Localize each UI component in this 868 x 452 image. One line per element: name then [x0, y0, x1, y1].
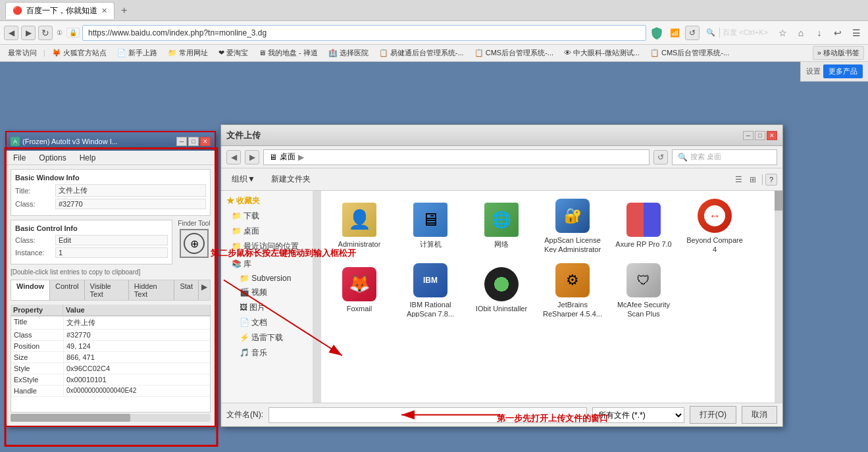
tab-visible-text[interactable]: Visible Text [85, 280, 129, 300]
shield-icon-btn[interactable] [649, 25, 665, 41]
foxmail-icon: 🦊 [342, 267, 376, 301]
forward-btn[interactable]: ▶ [21, 26, 36, 40]
file-item-administrator[interactable]: 👤 Administrator [326, 196, 392, 255]
bookmark-most-visited[interactable]: 最常访问 [4, 47, 41, 59]
bookmark-zhongda[interactable]: 👁 中大眼科-微站测试... [560, 47, 644, 59]
beyond-label: Beyond Compare 4 [684, 236, 745, 253]
more-btn[interactable]: ☰ [848, 25, 864, 41]
file-item-foxmail[interactable]: 🦊 Foxmail [326, 261, 392, 320]
tab-control[interactable]: Control [50, 280, 84, 300]
class-label: Class: [15, 200, 51, 208]
filename-input[interactable] [268, 407, 587, 423]
bookmark-star-btn[interactable]: ☆ [775, 25, 790, 41]
history-btn[interactable]: ↩ [830, 25, 846, 41]
filetype-select[interactable]: 所有文件 (*.*) [592, 407, 684, 423]
bookmark-common-urls[interactable]: 📁 常用网址 [164, 47, 212, 59]
bookmarks-bar: 最常访问 | 🦊 火狐官方站点 📄 新手上路 📁 常用网址 ❤ 爱淘宝 🖥 我的… [0, 45, 868, 62]
tab-hidden-text[interactable]: Hidden Text [129, 280, 175, 300]
dialog-refresh-btn[interactable]: ↺ [653, 150, 668, 164]
new-tab-btn[interactable]: + [117, 3, 131, 18]
nav-xunlei[interactable]: ⚡ 迅雷下载 [221, 330, 313, 345]
more-products-btn[interactable]: 更多产品 [823, 64, 863, 78]
nav-docs[interactable]: 📄 文档 [221, 315, 313, 330]
back-btn[interactable]: ◀ [4, 26, 18, 40]
browser-tab[interactable]: 🔴 百度一下，你就知道 ✕ [5, 2, 115, 19]
nav-desktop[interactable]: 📁 桌面 [221, 224, 313, 239]
tabs-scroll-right[interactable]: ▶ [199, 280, 210, 300]
home-btn[interactable]: ⌂ [793, 25, 809, 41]
autoit-restore-btn[interactable]: □ [188, 137, 199, 146]
control-info-title: Basic Control Info [15, 224, 168, 232]
dialog-back-btn[interactable]: ◀ [226, 150, 241, 164]
file-grid-scrollbar[interactable] [775, 191, 782, 403]
basic-control-info: Basic Control Info Class: Edit Instance:… [11, 220, 172, 264]
nav-music[interactable]: 🎵 音乐 [221, 345, 313, 361]
nav-video[interactable]: 🎬 视频 [221, 285, 313, 300]
more-bookmarks-btn[interactable]: » 移动版书签 [813, 46, 864, 60]
tab-close-btn[interactable]: ✕ [101, 7, 107, 15]
organize-btn[interactable]: 组织▼ [226, 172, 261, 187]
menu-options[interactable]: Options [35, 152, 70, 164]
bookmark-newbie[interactable]: 📄 新手上路 [113, 47, 161, 59]
nav-downloads[interactable]: 📁 下载 [221, 209, 313, 224]
help-btn[interactable]: ? [765, 174, 777, 186]
nav-favorites[interactable]: ★ 收藏夹 [221, 193, 313, 209]
settings-label[interactable]: 设置 [806, 66, 821, 76]
file-item-jetbrains[interactable]: ⚙ JetBrains ReSharper 4.5.4... [540, 261, 605, 320]
tab-window[interactable]: Window [11, 280, 50, 300]
download-btn[interactable]: ↓ [811, 25, 827, 41]
dialog-minimize-btn[interactable]: ─ [743, 131, 753, 140]
refresh-btn[interactable]: ↺ [685, 26, 700, 40]
bookmark-hospital[interactable]: 🏥 选择医院 [324, 47, 372, 59]
tab-stat[interactable]: Stat [174, 280, 199, 300]
bookmark-firefox[interactable]: 🦊 火狐官方站点 [48, 47, 111, 59]
nav-scrollbar[interactable] [313, 191, 321, 403]
dialog-maximize-btn[interactable]: □ [755, 131, 765, 140]
nav-library[interactable]: 📚 库 [221, 257, 313, 272]
autoit-minimize-btn[interactable]: ─ [176, 137, 187, 146]
bookmark-cms1[interactable]: 📋 CMS后台管理系统-... [471, 47, 557, 59]
prop-val-exstyle: 0x00010101 [64, 374, 210, 385]
prop-row-handle: Handle 0x00000000000040E42 [11, 386, 210, 397]
dialog-close-btn[interactable]: ✕ [767, 131, 777, 140]
file-item-mcafee[interactable]: 🛡 McAfee Security Scan Plus [611, 261, 677, 320]
file-item-computer[interactable]: 🖥 计算机 [397, 196, 463, 255]
open-btn[interactable]: 打开(O) [690, 406, 736, 424]
dialog-path-bar[interactable]: 🖥 桌面 ▶ [263, 149, 650, 165]
network-icon: 🌐 [484, 203, 519, 237]
bookmark-cms2[interactable]: 📋 CMS后台管理系统-... [646, 47, 733, 59]
prop-val-handle: 0x00000000000040E42 [64, 386, 210, 396]
reload-btn[interactable]: ↻ [38, 26, 53, 40]
file-item-iobit[interactable]: IObit Uninstaller [469, 261, 534, 320]
file-item-network[interactable]: 🌐 网络 [469, 196, 534, 255]
autoit-close-btn[interactable]: ✕ [200, 137, 211, 146]
bookmark-chandao[interactable]: 🖥 我的地盘 - 禅道 [255, 47, 322, 59]
bookmark-taobao[interactable]: ❤ 爱淘宝 [215, 47, 252, 59]
autoit-title: A (Frozen) AutoIt v3 Window I... [11, 137, 118, 146]
control-finder-section: Basic Control Info Class: Edit Instance:… [11, 220, 211, 264]
properties-table[interactable]: Title 文件上传 Class #32770 Position 49, 124 [11, 316, 211, 413]
file-item-axure[interactable]: Axure RP Pro 7.0 [611, 196, 677, 255]
file-item-beyond[interactable]: ↔ Beyond Compare 4 [682, 196, 748, 255]
view-grid-btn[interactable]: ⊞ [746, 173, 759, 186]
address-bar[interactable] [82, 25, 646, 41]
cancel-btn[interactable]: 取消 [742, 406, 777, 424]
dialog-forward-btn[interactable]: ▶ [245, 150, 259, 164]
view-list-btn[interactable]: ☰ [732, 173, 745, 186]
file-item-appscan[interactable]: 🔐 AppScan License Key Administrator [540, 196, 605, 255]
dialog-search-box[interactable]: 🔍 搜索 桌面 [672, 149, 777, 165]
autoit-scrollbar[interactable] [11, 414, 211, 422]
menu-help[interactable]: Help [76, 152, 100, 164]
beyond-icon: ↔ [698, 199, 732, 233]
menu-file[interactable]: File [9, 152, 30, 164]
path-desktop-icon: 🖥 [269, 153, 277, 162]
view-controls: ☰ ⊞ ? [732, 173, 777, 186]
nav-recent[interactable]: 📁 最近访问的位置 [221, 239, 313, 254]
new-folder-btn[interactable]: 新建文件夹 [266, 172, 316, 187]
file-item-ibmrational[interactable]: IBM IBM Rational AppScan 7.8... [397, 261, 463, 320]
nav-images[interactable]: 🖼 图片 [221, 300, 313, 315]
bookmark-yijian[interactable]: 📋 易健通后台管理系统-... [375, 47, 468, 59]
nav-subversion[interactable]: 📁 Subversion [221, 272, 313, 285]
path-desktop-label: 桌面 [280, 151, 295, 163]
finder-tool-drag-icon[interactable]: ⊕ [180, 229, 209, 258]
